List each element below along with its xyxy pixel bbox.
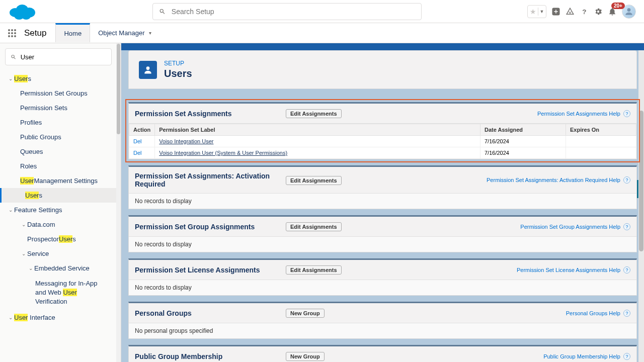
col-expires: Expires On xyxy=(566,124,636,136)
section-title: Permission Set Assignments xyxy=(135,110,286,118)
help-icon[interactable]: ? xyxy=(580,7,589,16)
chevron-down-icon: ▾ xyxy=(149,30,151,36)
svg-point-4 xyxy=(22,13,31,20)
star-icon: ★ xyxy=(530,8,536,16)
delete-link[interactable]: Del xyxy=(133,150,142,156)
col-date: Date Assigned xyxy=(480,124,566,136)
user-icon xyxy=(139,61,157,79)
empty-message: No personal groups specified xyxy=(129,323,636,338)
col-action: Action xyxy=(129,124,155,136)
global-search[interactable] xyxy=(152,3,422,20)
svg-point-12 xyxy=(11,32,13,34)
svg-point-10 xyxy=(14,29,16,31)
sidebar-group-users[interactable]: ⌄Users xyxy=(5,71,112,86)
app-name: Setup xyxy=(24,28,46,38)
empty-message: No records to display xyxy=(129,280,636,295)
help-link[interactable]: Public Group Membership Help xyxy=(543,353,620,359)
quick-find-input[interactable] xyxy=(21,53,106,61)
search-icon xyxy=(159,8,166,15)
help-icon[interactable]: ? xyxy=(623,176,630,184)
sidebar-item-service[interactable]: ⌄Service xyxy=(5,246,112,261)
col-label: Permission Set Label xyxy=(155,124,480,136)
help-link[interactable]: Permission Set Group Assignments Help xyxy=(520,224,620,230)
delete-link[interactable]: Del xyxy=(133,138,142,144)
perm-set-link[interactable]: Voiso Integration User (System & User Pe… xyxy=(159,150,287,156)
edit-assignments-button[interactable]: Edit Assignments xyxy=(286,109,342,118)
chevron-down-icon: ▼ xyxy=(540,9,544,14)
svg-point-13 xyxy=(14,32,16,34)
new-group-button[interactable]: New Group xyxy=(286,309,325,318)
sidebar-group-ui[interactable]: ⌄User Interface xyxy=(5,310,112,325)
new-group-button[interactable]: New Group xyxy=(286,352,325,361)
help-icon[interactable]: ? xyxy=(623,353,630,360)
help-link[interactable]: Permission Set License Assignments Help xyxy=(517,267,620,273)
section-activation-required: Permission Set Assignments: Activation R… xyxy=(128,165,637,209)
sidebar-item-perm-sets[interactable]: Permission Sets xyxy=(5,101,112,115)
notification-badge: 20+ xyxy=(611,3,625,9)
help-icon[interactable]: ? xyxy=(623,223,630,230)
quick-find[interactable] xyxy=(5,48,112,65)
tab-home[interactable]: Home xyxy=(55,23,90,42)
favorite-button[interactable]: ★ ▼ xyxy=(527,5,546,18)
perm-set-table: Action Permission Set Label Date Assigne… xyxy=(129,124,636,159)
setup-gear-icon[interactable] xyxy=(594,7,603,16)
help-icon[interactable]: ? xyxy=(623,110,630,117)
help-link[interactable]: Permission Set Assignments Help xyxy=(537,111,620,117)
trailhead-icon[interactable] xyxy=(566,7,575,16)
edit-assignments-button[interactable]: Edit Assignments xyxy=(286,176,342,185)
svg-point-17 xyxy=(146,66,150,70)
svg-point-8 xyxy=(8,29,10,31)
section-title: Permission Set Group Assignments xyxy=(135,223,286,231)
svg-point-7 xyxy=(627,8,631,12)
add-button[interactable] xyxy=(551,7,560,16)
sidebar-item-queues[interactable]: Queues xyxy=(5,144,112,159)
sidebar-item-roles[interactable]: Roles xyxy=(5,159,112,173)
section-title: Public Group Membership xyxy=(135,352,286,360)
page-header: SETUP Users xyxy=(128,50,637,89)
sidebar-item-prospector[interactable]: Prospector Users xyxy=(5,232,112,246)
empty-message: No records to display xyxy=(129,194,636,209)
help-icon[interactable]: ? xyxy=(623,310,630,317)
search-icon xyxy=(11,54,17,60)
edit-assignments-button[interactable]: Edit Assignments xyxy=(286,222,342,231)
sidebar-item-profiles[interactable]: Profiles xyxy=(5,115,112,130)
svg-point-11 xyxy=(8,32,10,34)
breadcrumb[interactable]: SETUP xyxy=(164,60,192,67)
sidebar-item-embedded[interactable]: ⌄Embedded Service xyxy=(5,261,112,276)
section-title: Personal Groups xyxy=(135,309,286,317)
svg-text:?: ? xyxy=(582,8,586,15)
sidebar-item-user-mgmt[interactable]: User Management Settings xyxy=(5,173,112,188)
table-row: Del Voiso Integration User 7/16/2024 xyxy=(129,136,636,147)
tab-object-manager[interactable]: Object Manager▾ xyxy=(90,24,159,43)
section-personal-groups: Personal Groups New Group Personal Group… xyxy=(128,302,637,339)
search-input[interactable] xyxy=(172,8,415,16)
sidebar-item-users[interactable]: Users xyxy=(0,188,117,203)
svg-point-14 xyxy=(8,35,10,37)
perm-set-link[interactable]: Voiso Integration User xyxy=(159,138,213,144)
sidebar-group-feature[interactable]: ⌄Feature Settings xyxy=(5,203,112,217)
notifications-button[interactable]: 20+ xyxy=(608,7,617,16)
table-row: Del Voiso Integration User (System & Use… xyxy=(129,147,636,159)
section-perm-set-assignments: Permission Set Assignments Edit Assignme… xyxy=(128,102,637,159)
svg-point-15 xyxy=(11,35,13,37)
sidebar-item-messaging[interactable]: Messaging for In-App and Web User Verifi… xyxy=(5,276,112,310)
main-scrollbar[interactable] xyxy=(638,50,644,362)
sidebar-scrollbar[interactable] xyxy=(116,43,121,362)
empty-message: No records to display xyxy=(129,237,636,252)
global-header: ★ ▼ ? 20+ xyxy=(0,0,644,23)
setup-sidebar: ⌄Users Permission Set Groups Permission … xyxy=(0,43,121,362)
help-link[interactable]: Personal Groups Help xyxy=(566,310,620,316)
app-launcher-icon[interactable] xyxy=(0,29,24,38)
svg-point-9 xyxy=(11,29,13,31)
sidebar-item-perm-set-groups[interactable]: Permission Set Groups xyxy=(5,86,112,101)
main-content-area: SETUP Users Permission Set Assignments E… xyxy=(121,43,644,362)
page-title: Users xyxy=(164,68,192,79)
context-nav: Setup Home Object Manager▾ xyxy=(0,23,644,43)
help-icon[interactable]: ? xyxy=(623,266,630,274)
sidebar-item-datacom[interactable]: ⌄Data.com xyxy=(5,217,112,232)
help-link[interactable]: Permission Set Assignments: Activation R… xyxy=(487,177,620,183)
edit-assignments-button[interactable]: Edit Assignments xyxy=(286,265,342,275)
section-perm-set-license: Permission Set License Assignments Edit … xyxy=(128,258,637,296)
sidebar-item-public-groups[interactable]: Public Groups xyxy=(5,130,112,144)
svg-point-16 xyxy=(14,35,16,37)
